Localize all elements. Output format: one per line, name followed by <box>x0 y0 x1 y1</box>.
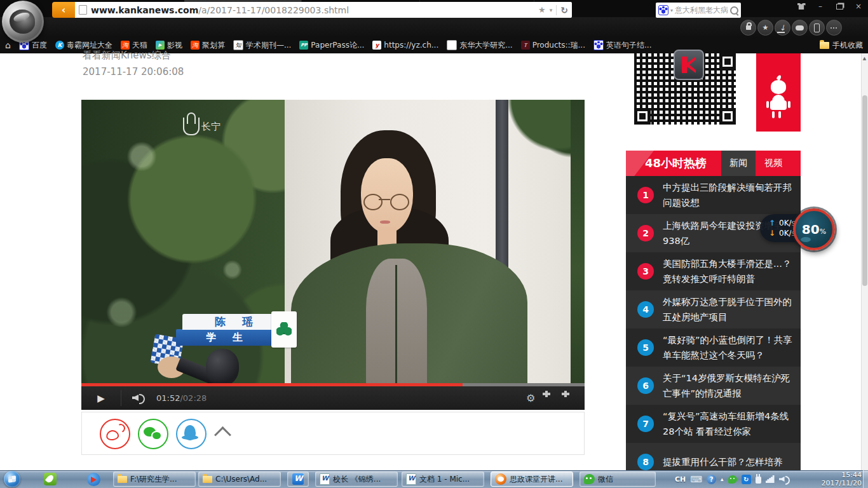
hotlist-header: 48小时热榜 新闻 视频 <box>626 151 801 176</box>
android-icon[interactable] <box>770 100 787 110</box>
hotlist-item-text[interactable]: 关于“14岁俄罗斯女模特在沪死亡事件”的情况通报 <box>663 370 794 401</box>
scrollbar-up-icon[interactable]: ▲ <box>861 55 868 62</box>
start-button[interactable] <box>4 471 20 487</box>
close-button[interactable]: × <box>851 1 865 11</box>
search-icon[interactable] <box>730 6 738 15</box>
share-qq-icon[interactable] <box>176 419 207 449</box>
collapse-chevron-icon[interactable] <box>214 426 231 444</box>
share-weibo-icon[interactable] <box>100 419 130 449</box>
search-input[interactable]: 意大利黑老大病死 <box>675 5 728 16</box>
bookmark-item[interactable]: K毒霸网址大全 <box>55 40 112 51</box>
hotlist-item-text[interactable]: 美国防部五角大楼手滑还是...？竟转发推文呼吁特朗普 <box>663 256 794 287</box>
scrollbar-thumb[interactable] <box>862 95 867 286</box>
network-signal-icon[interactable] <box>766 475 775 483</box>
bookmark-star-icon[interactable]: ★ <box>538 5 546 15</box>
search-engine-dropdown-icon[interactable]: ▾ <box>670 8 673 13</box>
bookmark-item[interactable]: ▶影视 <box>156 40 182 51</box>
rank-badge: 8 <box>637 454 654 470</box>
bookmark-label: 百度 <box>32 40 47 51</box>
safe-lock-button[interactable] <box>740 20 756 36</box>
taskbar-window-explorer-f[interactable]: F:\研究生学... <box>113 471 196 487</box>
share-wechat-icon[interactable] <box>138 419 168 449</box>
bookmark-label: 影视 <box>167 40 182 51</box>
hotlist-item-text[interactable]: “复兴号”高速动车组新增4条线28个站 看看经过你家 <box>663 409 794 439</box>
play-button[interactable]: ▶ <box>88 386 114 410</box>
bookmark-item[interactable]: 知学术期刊—... <box>233 40 291 51</box>
show-hidden-icons[interactable]: ▴ <box>721 476 724 482</box>
taskbar-window-explorer-c[interactable]: C:\Users\Ad... <box>198 471 281 487</box>
hotlist-item[interactable]: 4 外媒称万达急于脱手位于国外的五处房地产项目 <box>626 290 801 329</box>
time-total: /02:28 <box>180 393 207 403</box>
right-foliage <box>571 100 585 383</box>
url-field[interactable]: www.kankanews.com/a/2017-11-17/001822900… <box>75 2 572 18</box>
settings-button[interactable]: ⚙ <box>526 386 535 410</box>
wechat-tray-icon[interactable] <box>728 475 737 484</box>
hotlist-item-text[interactable]: “最好骑”的小蓝也倒闭了！共享单车能熬过这个冬天吗？ <box>663 332 794 363</box>
games-button[interactable] <box>792 20 808 36</box>
bookmark-item[interactable]: TProducts::瑞... <box>521 40 585 51</box>
shirt-icon <box>797 3 806 10</box>
taskbar-window-word-1[interactable]: 校长 《锦绣... <box>315 471 398 487</box>
rank-badge: 4 <box>637 301 654 318</box>
bookmark-item[interactable]: 淘聚划算 <box>191 40 225 51</box>
power-plug-icon[interactable] <box>756 477 761 484</box>
language-indicator[interactable]: CH <box>675 475 686 484</box>
optimizer-ball-widget[interactable]: 80 % <box>793 208 835 250</box>
hotlist-tab-news[interactable]: 新闻 <box>721 151 756 176</box>
percent-unit: % <box>820 227 826 236</box>
hotlist-item[interactable]: 1 中方提出三阶段解决缅甸若开邦问题设想 <box>626 176 801 214</box>
video-control-bar: ▶ 01:52/02:28 ⚙ <box>81 386 585 410</box>
taskbar-window-word-2[interactable]: 文档 1 - Mic... <box>402 471 484 487</box>
help-tray-icon[interactable]: ? <box>707 475 716 484</box>
home-icon[interactable]: ⌂ <box>5 40 11 50</box>
video-player[interactable]: 长宁 学 生 陈 瑶 ▶ 01:52/02:28 ⚙ <box>81 100 585 410</box>
k-icon <box>682 57 696 73</box>
keyboard-icon[interactable]: ⌨ <box>690 475 702 484</box>
bookmark-item[interactable]: 英语句子结... <box>593 40 651 51</box>
volume-tray-icon[interactable] <box>779 475 789 484</box>
taskbar-window-browser[interactable]: 思政课堂开讲... <box>491 471 573 487</box>
hotlist-item[interactable]: 3 美国防部五角大楼手滑还是...？竟转发推文呼吁特朗普 <box>626 252 801 290</box>
bookmark-item[interactable]: 东华大学研究... <box>447 40 512 51</box>
search-box[interactable]: ▾ 意大利黑老大病死 <box>656 3 741 18</box>
coreldraw-icon[interactable] <box>39 471 61 487</box>
article-datetime: 2017-11-17 20:06:08 <box>83 66 184 78</box>
refresh-icon[interactable]: ↻ <box>560 5 568 15</box>
hotlist-item[interactable]: 6 关于“14岁俄罗斯女模特在沪死亡事件”的情况通报 <box>626 367 801 405</box>
back-button[interactable]: ‹ <box>52 2 75 18</box>
bookmark-item[interactable]: yhttps://yz.ch... <box>372 41 438 50</box>
apple-icon[interactable] <box>769 75 788 94</box>
favorites-button[interactable]: ★ <box>757 20 773 36</box>
window-title: C:\Users\Ad... <box>215 475 267 484</box>
hotlist-item-text[interactable]: 中方提出三阶段解决缅甸若开邦问题设想 <box>663 180 794 210</box>
taskbar-clock[interactable]: 15:44 2017/11/20 <box>821 471 862 487</box>
menu-button[interactable] <box>826 20 842 36</box>
hotlist-item[interactable]: 5 “最好骑”的小蓝也倒闭了！共享单车能熬过这个冬天吗？ <box>626 329 801 367</box>
bookmark-item[interactable]: PPPaperPass论... <box>299 40 364 51</box>
hotlist-item-text[interactable]: 外媒称万达急于脱手位于国外的五处房地产项目 <box>663 294 794 325</box>
mobile-favorites[interactable]: 手机收藏 <box>820 37 863 53</box>
phone-icon <box>814 24 820 32</box>
minimize-button[interactable]: – <box>813 1 827 11</box>
hotlist-tab-video[interactable]: 视频 <box>756 151 791 176</box>
window-title: F:\研究生学... <box>130 474 177 485</box>
bookmark-label: 学术期刊—... <box>246 40 291 51</box>
app-download-panel[interactable] <box>756 53 801 132</box>
download-button[interactable]: ↓ <box>775 20 790 36</box>
star-dropdown-icon[interactable]: ▾ <box>550 7 553 13</box>
blue-player-icon[interactable] <box>83 471 104 487</box>
browser-logo[interactable] <box>2 1 44 43</box>
browser-chrome: ↩ 东华大学上网认证 × 思政课堂开讲 莘莘学 × 【宣讲会/校招】安踏... … <box>0 0 868 53</box>
taskbar-wps-button[interactable] <box>287 471 309 487</box>
video-screen[interactable]: 长宁 学 生 陈 瑶 <box>81 100 585 383</box>
sync-tray-icon[interactable]: ↻ <box>742 475 751 484</box>
mobile-button[interactable] <box>809 20 825 36</box>
show-desktop-button[interactable] <box>863 470 868 488</box>
hotlist-item[interactable]: 7 “复兴号”高速动车组新增4条线28个站 看看经过你家 <box>626 405 801 443</box>
taskbar-window-wechat[interactable]: 微信 <box>580 471 656 487</box>
bookmark-item[interactable]: 淘天猫 <box>121 40 147 51</box>
hotlist-item-text[interactable]: 提拔重用什么干部？怎样培养 <box>663 454 794 470</box>
rank-badge: 6 <box>637 377 654 394</box>
skin-button[interactable] <box>794 1 808 11</box>
restore-button[interactable] <box>832 1 846 11</box>
